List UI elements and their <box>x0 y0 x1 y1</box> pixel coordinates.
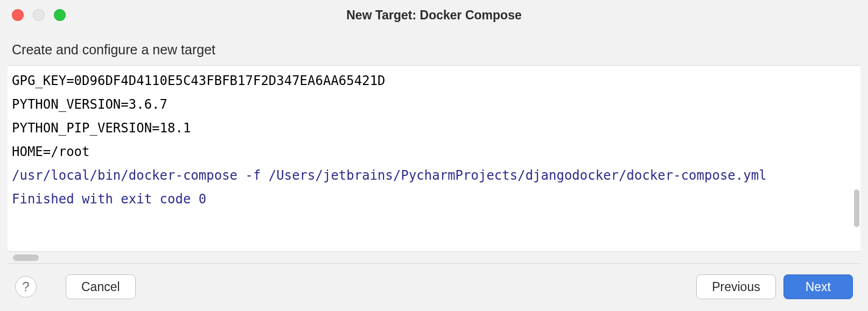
console-line: PYTHON_VERSION=3.6.7 <box>12 93 856 116</box>
vertical-scrollbar[interactable] <box>854 189 859 227</box>
window-title: New Target: Docker Compose <box>346 8 521 23</box>
next-button[interactable]: Next <box>783 274 853 299</box>
console-content: GPG_KEY=0D96DF4D4110E5C43FBFB17F2D347EA6… <box>8 66 860 211</box>
minimize-window-icon <box>33 9 45 21</box>
console-line: GPG_KEY=0D96DF4D4110E5C43FBFB17F2D347EA6… <box>12 69 856 93</box>
console-line: Finished with exit code 0 <box>12 187 856 211</box>
dialog-footer: ? Cancel Previous Next <box>0 264 868 311</box>
console-line: PYTHON_PIP_VERSION=18.1 <box>12 116 856 140</box>
close-window-icon[interactable] <box>12 9 24 21</box>
console-line: /usr/local/bin/docker-compose -f /Users/… <box>12 164 856 187</box>
console-output: GPG_KEY=0D96DF4D4110E5C43FBFB17F2D347EA6… <box>8 65 860 252</box>
traffic-lights <box>0 9 66 21</box>
maximize-window-icon[interactable] <box>54 9 66 21</box>
help-icon: ? <box>22 279 29 294</box>
page-subtitle: Create and configure a new target <box>0 30 868 65</box>
titlebar: New Target: Docker Compose <box>0 0 868 30</box>
help-button[interactable]: ? <box>15 276 37 298</box>
horizontal-scrollbar-thumb[interactable] <box>13 255 39 261</box>
cancel-button[interactable]: Cancel <box>66 274 136 299</box>
horizontal-scrollbar-track[interactable] <box>8 252 860 264</box>
previous-button[interactable]: Previous <box>696 274 775 299</box>
console-line: HOME=/root <box>12 140 856 164</box>
